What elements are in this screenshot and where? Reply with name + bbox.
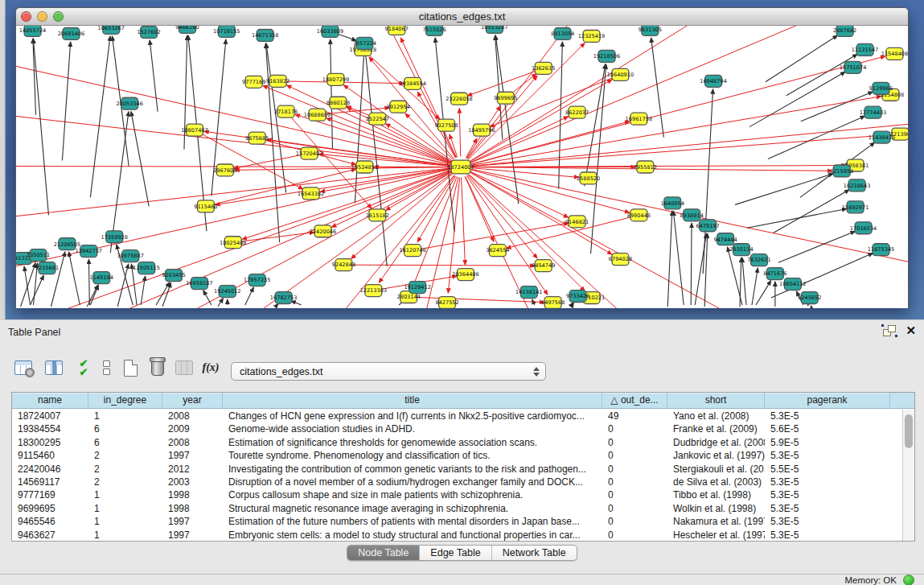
select-all-columns-button[interactable]: ✔✔ (72, 357, 93, 378)
graph-node[interactable]: 10688609 (304, 109, 331, 121)
graph-node[interactable]: 9203455 (162, 270, 185, 282)
network-canvas[interactable]: 1872400784275522803144122133839242848224… (16, 26, 908, 308)
window-titlebar[interactable]: citations_edges.txt (16, 8, 908, 26)
graph-node[interactable]: 9875685 (245, 132, 269, 144)
new-column-button[interactable] (120, 357, 141, 378)
graph-node[interactable]: 8912954 (387, 101, 410, 113)
graph-node[interactable]: 8813054 (551, 27, 574, 39)
graph-node[interactable]: 9466160 (175, 26, 199, 33)
graph-node[interactable]: 9831305 (639, 26, 662, 35)
graph-node[interactable]: 7632621 (747, 254, 770, 266)
graph-node[interactable]: 23226058 (446, 93, 472, 105)
scrollbar-thumb[interactable] (905, 414, 913, 448)
graph-node[interactable]: 18640910 (607, 68, 634, 80)
tab-network-table[interactable]: Network Table (492, 546, 577, 560)
memory-status-indicator[interactable] (903, 575, 914, 585)
show-columns-button[interactable] (43, 357, 64, 378)
graph-node[interactable]: 10653267 (98, 26, 125, 34)
graph-node[interactable]: 9777169 (242, 76, 265, 88)
graph-node[interactable]: 14671358 (252, 29, 278, 41)
graph-node[interactable]: 8938914 (680, 209, 704, 221)
graph-node[interactable]: 9733426 (566, 290, 589, 303)
graph-node[interactable]: 1527602 (137, 26, 160, 38)
graph-node[interactable]: 2935114 (729, 244, 753, 256)
column-header-pagerank[interactable]: pagerank (765, 393, 890, 409)
column-header-indegree[interactable]: in_degree (88, 393, 162, 409)
graph-node[interactable]: 3624554 (486, 245, 509, 257)
table-vertical-scrollbar[interactable] (902, 410, 914, 541)
graph-node[interactable]: 6794028 (609, 253, 632, 266)
table-row[interactable]: 1830029562008Estimation of significance … (12, 436, 890, 449)
column-header-title[interactable]: title (223, 393, 602, 409)
graph-node[interactable]: 11121547 (852, 43, 878, 56)
graph-node[interactable]: 8427552 (435, 297, 458, 308)
table-row[interactable]: 977716911998Corpus callosum shape and si… (12, 488, 890, 501)
graph-node[interactable]: 12505115 (133, 262, 159, 274)
float-panel-icon[interactable] (883, 325, 896, 336)
network-view-window[interactable]: citations_edges.txt 18724007842755228031… (15, 7, 909, 308)
column-header-short[interactable]: short (667, 393, 765, 409)
function-builder-button[interactable]: f(x) (200, 357, 221, 378)
graph-node[interactable]: 11548408 (881, 47, 908, 60)
graph-node[interactable]: 10654112 (779, 278, 806, 290)
graph-node[interactable]: 9242848 (332, 259, 355, 271)
graph-node[interactable]: 2522547 (366, 113, 389, 125)
graph-node[interactable]: 2588520 (577, 172, 600, 184)
graph-node[interactable]: 1362615 (532, 62, 555, 74)
graph-node[interactable]: 9474444 (713, 233, 737, 245)
column-header-year[interactable]: year (162, 393, 223, 409)
graph-node[interactable]: 2887682 (833, 26, 856, 36)
graph-node[interactable]: 17957235 (244, 274, 270, 286)
tab-node-table[interactable]: Node Table (347, 546, 420, 560)
graph-node[interactable]: 9129966 (869, 82, 893, 94)
table-row[interactable]: 1872400712008Changes of HCN gene express… (12, 410, 890, 422)
graph-node[interactable]: 16948794 (700, 75, 726, 87)
graph-node[interactable]: 16210643 (844, 179, 870, 192)
graph-node[interactable]: 10553287 (481, 26, 507, 33)
graph-node[interactable]: 15892971 (842, 201, 869, 213)
graph-node[interactable]: 8454749 (532, 260, 555, 272)
graph-node[interactable]: 1615182 (366, 209, 389, 221)
graph-node[interactable]: 16033809 (317, 26, 343, 37)
graph-hub-node[interactable]: 18724007 (447, 160, 474, 174)
graph-node[interactable]: 14055724 (19, 26, 46, 36)
graph-node[interactable]: 12325419 (578, 30, 605, 42)
graph-node[interactable]: 20691406 (58, 27, 84, 39)
graph-node[interactable]: 19524851 (351, 161, 378, 173)
table-row[interactable]: 946362711997Embryonic stem cells: a mode… (12, 529, 890, 541)
graph-node[interactable]: 17359928 (101, 231, 127, 243)
table-row[interactable]: 946554611997Estimation of the future num… (12, 515, 890, 528)
graph-node[interactable]: 1640954 (661, 197, 684, 209)
graph-node[interactable]: 18495796 (468, 124, 495, 136)
graph-node[interactable]: 1215681 (35, 262, 59, 274)
graph-node[interactable]: 16120746 (399, 245, 425, 257)
graph-node[interactable]: 15751074 (840, 61, 866, 73)
graph-node[interactable]: 2718176 (274, 105, 298, 117)
graph-node[interactable]: 8471676 (763, 268, 786, 280)
graph-node[interactable]: 18807299 (322, 73, 349, 85)
delete-column-button[interactable] (147, 357, 168, 378)
graph-node[interactable]: 8990448 (627, 209, 651, 221)
tab-edge-table[interactable]: Edge Table (420, 546, 491, 560)
graph-node[interactable]: 20364486 (452, 269, 478, 281)
table-row[interactable]: 1938455462009Genome-wide association stu… (12, 422, 890, 435)
graph-node[interactable]: 7955812 (634, 161, 657, 173)
column-header-outde[interactable]: △ out_de... (602, 393, 667, 409)
graph-node[interactable]: 6479197 (696, 220, 719, 232)
table-settings-button[interactable] (13, 357, 34, 378)
graph-node[interactable]: 9245652 (798, 292, 821, 304)
table-row[interactable]: 911546021997Tourette syndrome. Phenomeno… (12, 449, 890, 462)
graph-node[interactable]: 19384554 (399, 77, 425, 89)
table-row[interactable]: 1456911722003Disruption of a novel membe… (12, 476, 890, 488)
graph-node[interactable]: 8860128 (326, 97, 350, 109)
graph-node[interactable]: 9699695 (494, 92, 517, 104)
graph-node[interactable]: 14138141 (515, 286, 542, 299)
graph-node[interactable]: 16543382 (298, 187, 324, 200)
graph-node[interactable]: 6497568 (541, 297, 565, 308)
graph-node[interactable]: 7515526 (422, 26, 446, 35)
graph-node[interactable]: 9184067 (385, 26, 409, 35)
close-panel-icon[interactable]: ✕ (906, 325, 916, 336)
graph-node[interactable]: 7857224 (353, 37, 376, 49)
graph-node[interactable]: 16958107 (186, 278, 212, 290)
column-header-name[interactable]: name (12, 393, 88, 409)
